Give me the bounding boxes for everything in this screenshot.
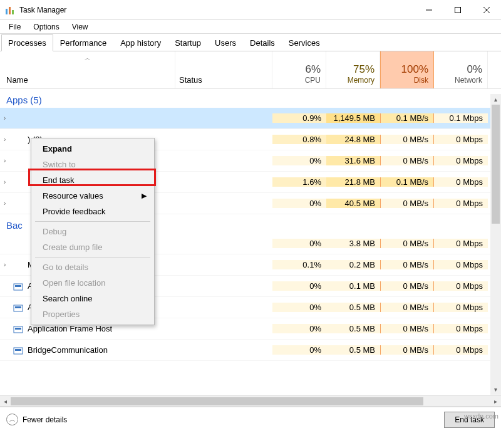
app-icon [13,259,24,271]
cell-cpu: 0.9% [272,113,326,123]
memory-percent: 75% [353,63,374,76]
network-percent: 0% [467,63,482,76]
titlebar: Task Manager [0,0,501,20]
service-icon [13,281,24,292]
app-icon [13,134,24,145]
ctx-go-to-details: Go to details [33,259,153,275]
footer: ︿ Fewer details End task [0,407,501,432]
svg-rect-0 [6,9,8,14]
app-icon [13,113,24,124]
scroll-left-icon[interactable]: ◂ [0,396,11,407]
ctx-expand[interactable]: Expand [33,141,153,157]
window-title: Task Manager [19,6,66,14]
expand-chevron-icon[interactable]: › [4,200,13,207]
menu-view[interactable]: View [66,21,95,33]
separator [35,257,150,258]
expand-chevron-icon[interactable]: › [4,261,13,268]
header-memory[interactable]: 75% Memory [326,51,380,88]
svg-rect-10 [15,306,21,308]
svg-rect-4 [455,7,461,13]
header-name[interactable]: ︿ Name [0,51,175,88]
service-icon [13,302,24,313]
header-name-label: Name [6,75,175,85]
task-manager-icon [5,5,15,15]
service-icon [13,345,24,356]
expand-chevron-icon[interactable]: › [4,157,13,164]
scroll-track[interactable] [11,396,490,407]
separator [35,221,150,222]
header-network[interactable]: 0% Network [434,51,488,88]
ctx-end-task[interactable]: End task [33,172,153,188]
cell-disk: 0.1 MB/s [380,113,434,123]
scroll-thumb[interactable] [11,397,423,405]
close-button[interactable] [472,0,501,20]
ctx-switch-to: Switch to [33,157,153,172]
cell-memory: 1,149.5 MB [326,113,380,123]
minimize-button[interactable] [415,0,443,20]
tab-users[interactable]: Users [208,34,243,51]
cpu-label: CPU [305,76,321,85]
vertical-scrollbar[interactable]: ▴ ▾ [490,94,501,395]
network-label: Network [455,76,482,85]
sort-indicator-icon: ︿ [85,54,91,63]
header-disk[interactable]: 100% Disk [380,51,434,88]
ctx-provide-feedback[interactable]: Provide feedback [33,204,153,219]
service-icon [13,323,24,335]
expand-chevron-icon[interactable]: › [4,136,13,143]
svg-rect-8 [15,285,21,287]
fewer-details-button[interactable]: ︿ Fewer details [6,414,67,425]
cpu-percent: 6% [305,63,321,76]
tab-services[interactable]: Services [282,34,327,51]
scroll-thumb[interactable] [492,105,500,224]
header-status-label: Status [179,75,202,85]
horizontal-scrollbar[interactable]: ◂ ▸ [0,396,501,407]
scroll-track[interactable] [490,105,501,384]
svg-rect-12 [15,328,21,330]
tab-app-history[interactable]: App history [113,34,168,51]
maximize-button[interactable] [443,0,472,20]
ctx-debug: Debug [33,224,153,239]
memory-label: Memory [348,76,374,85]
tab-details[interactable]: Details [243,34,282,51]
svg-rect-1 [9,7,11,14]
tabs: Processes Performance App history Startu… [0,34,501,51]
menu-file[interactable]: File [3,21,27,33]
header-cpu[interactable]: 6% CPU [272,51,326,88]
caption-buttons [415,0,501,20]
menu-options[interactable]: Options [27,21,65,33]
svg-rect-14 [15,349,21,351]
tab-startup[interactable]: Startup [168,34,208,51]
cell-network: 0.1 Mbps [434,113,488,123]
expand-chevron-icon[interactable]: › [4,115,13,122]
expand-chevron-icon[interactable]: › [4,179,13,185]
chevron-up-icon: ︿ [6,414,18,425]
app-icon [13,155,24,167]
menubar: File Options View [0,20,501,34]
scroll-right-icon[interactable]: ▸ [490,396,501,407]
ctx-resource-values[interactable]: Resource values▶ [33,188,153,204]
app-icon [13,177,24,188]
header-status[interactable]: Status [175,51,272,88]
scroll-down-icon[interactable]: ▾ [490,384,501,395]
app-icon [13,198,24,209]
context-menu: Expand Switch to End task Resource value… [31,138,155,325]
scroll-up-icon[interactable]: ▴ [490,94,501,105]
svg-rect-2 [12,10,14,14]
ctx-create-dump: Create dump file [33,239,153,255]
watermark: wsxdn.com [464,412,498,420]
tab-performance[interactable]: Performance [53,34,113,51]
process-row[interactable]: BridgeCommunication 0% 0.5 MB 0 MB/s 0 M… [0,340,501,361]
ctx-search-online[interactable]: Search online [33,291,153,306]
app-icon [13,238,24,249]
column-headers: ︿ Name Status 6% CPU 75% Memory 100% Dis… [0,51,501,89]
disk-label: Disk [414,76,428,85]
ctx-properties: Properties [33,306,153,322]
fewer-details-label: Fewer details [23,415,67,424]
disk-percent: 100% [401,63,428,76]
ctx-open-file-location: Open file location [33,275,153,291]
section-apps: Apps (5) [0,89,501,108]
tab-processes[interactable]: Processes [1,34,53,51]
process-row[interactable]: › 0.9% 1,149.5 MB 0.1 MB/s 0.1 Mbps [0,108,501,129]
submenu-arrow-icon: ▶ [142,192,147,200]
